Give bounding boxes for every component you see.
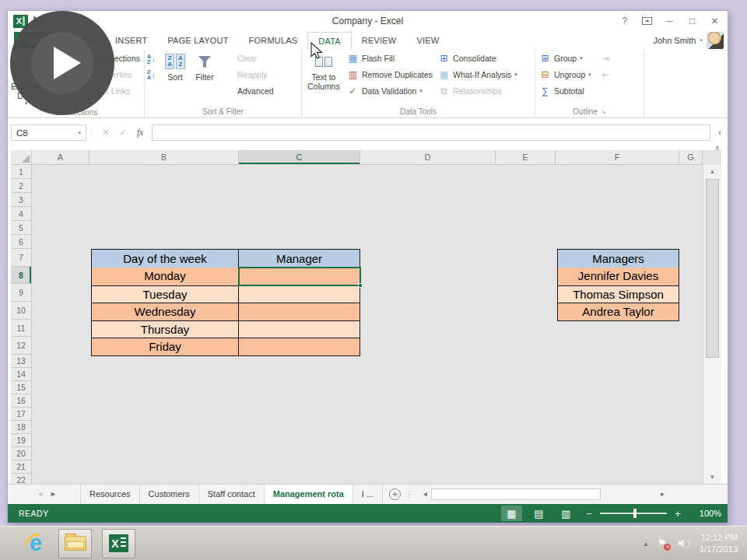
tab-view[interactable]: VIEW [406, 32, 449, 49]
relationships-button[interactable]: ⧉ Relationships [437, 82, 519, 99]
rota-manager-cell[interactable] [239, 338, 359, 355]
chevron-down-icon[interactable]: ▾ [78, 130, 81, 136]
volume-icon[interactable]: ) [678, 539, 690, 548]
hide-detail-button[interactable]: ⇤ [598, 66, 613, 82]
avatar[interactable] [707, 32, 724, 49]
rota-day-cell[interactable]: Friday [92, 338, 239, 355]
rota-day-cell[interactable]: Wednesday [92, 303, 239, 320]
new-sheet-button[interactable]: + [389, 488, 401, 500]
advanced-filter-button[interactable]: Advanced [221, 82, 275, 99]
rota-header-manager[interactable]: Manager [239, 250, 359, 268]
internet-explorer-icon[interactable]: e [23, 531, 48, 556]
name-box[interactable]: C8 ▾ [11, 124, 86, 141]
prev-sheet-icon[interactable]: ◄ [33, 485, 47, 504]
what-if-analysis-button[interactable]: ▦ What-If Analysis ▾ [437, 66, 519, 82]
row-header-6[interactable]: 6 [11, 235, 31, 249]
column-header-c[interactable]: C [239, 150, 360, 164]
sheet-tab-customers[interactable]: Customers [140, 485, 199, 504]
row-header-19[interactable]: 19 [11, 434, 31, 447]
reapply-button[interactable]: Reapply [221, 66, 275, 82]
row-header-21[interactable]: 21 [11, 460, 31, 474]
tab-page-layout[interactable]: PAGE LAYOUT [157, 32, 238, 49]
row-header-22[interactable]: 22 [11, 474, 31, 484]
scroll-right-icon[interactable]: ► [657, 491, 668, 498]
clear-filter-button[interactable]: Clear [221, 50, 275, 66]
enter-entry-icon[interactable]: ✓ [114, 128, 132, 138]
action-center-flag-icon[interactable]: ⚑ [657, 537, 668, 549]
manager-name-cell[interactable]: Thomas Simpson [558, 285, 679, 303]
rota-day-cell[interactable]: Monday [92, 268, 239, 285]
row-header-11[interactable]: 11 [11, 320, 31, 338]
maximize-button[interactable]: □ [681, 12, 703, 30]
column-header-d[interactable]: D [360, 150, 496, 164]
rota-day-cell[interactable]: Thursday [92, 320, 239, 338]
column-header-e[interactable]: E [496, 150, 556, 164]
video-play-overlay[interactable] [9, 10, 115, 116]
tab-splitter-icon[interactable]: ⋮ [405, 485, 413, 504]
scroll-down-icon[interactable]: ▼ [703, 471, 721, 484]
row-header-9[interactable]: 9 [11, 284, 31, 302]
sort-descending-button[interactable]: ZA↓ [147, 68, 160, 81]
remove-duplicates-button[interactable]: ▥ Remove Duplicates [345, 66, 434, 82]
row-header-20[interactable]: 20 [11, 447, 31, 460]
row-header-16[interactable]: 16 [11, 394, 31, 408]
excel-taskbar-button[interactable]: X [102, 529, 135, 558]
insert-function-icon[interactable]: fx [132, 127, 149, 138]
row-header-1[interactable]: 1 [11, 165, 31, 179]
file-explorer-taskbar-button[interactable] [58, 529, 92, 558]
vertical-scroll-thumb[interactable] [706, 179, 719, 358]
sheet-canvas[interactable]: Day of the week Manager MondayTuesdayWed… [32, 165, 703, 484]
help-button[interactable]: ? [613, 12, 636, 30]
row-header-2[interactable]: 2 [11, 179, 31, 193]
rota-manager-cell[interactable] [239, 285, 359, 303]
ribbon-display-options-button[interactable] [642, 17, 652, 25]
select-all-corner[interactable] [11, 150, 32, 164]
filter-button[interactable]: Filter [191, 50, 219, 82]
row-header-15[interactable]: 15 [11, 381, 31, 394]
rota-header-day[interactable]: Day of the week [92, 250, 239, 268]
group-button[interactable]: ⊞ Group ▾ [538, 50, 593, 66]
row-header-4[interactable]: 4 [11, 207, 31, 221]
zoom-level[interactable]: 100% [687, 509, 721, 518]
column-header-b[interactable]: B [89, 150, 239, 164]
horizontal-scroll-thumb[interactable] [431, 488, 601, 500]
sheet-tab-management-rota[interactable]: Management rota [265, 485, 353, 504]
subtotal-button[interactable]: ∑ Subtotal [538, 82, 593, 99]
page-break-view-button[interactable]: ▥ [556, 506, 577, 521]
row-header-8[interactable]: 8 [11, 267, 31, 285]
scroll-left-icon[interactable]: ◄ [419, 491, 431, 498]
active-cell-selection[interactable] [238, 267, 361, 286]
horizontal-scrollbar[interactable]: ◄ ► [419, 485, 668, 504]
row-header-7[interactable]: 7 [11, 249, 31, 267]
row-header-17[interactable]: 17 [11, 408, 31, 421]
zoom-in-button[interactable]: + [668, 508, 687, 520]
minimize-button[interactable]: ─ [658, 12, 681, 30]
zoom-slider[interactable] [600, 513, 667, 514]
managers-header[interactable]: Managers [558, 250, 679, 268]
scroll-up-icon[interactable]: ▲ [703, 165, 721, 178]
clock[interactable]: 12:12 PM 1/17/2013 [700, 532, 738, 555]
row-header-3[interactable]: 3 [11, 193, 31, 207]
row-header-10[interactable]: 10 [11, 302, 31, 320]
manager-name-cell[interactable]: Jennifer Davies [558, 268, 679, 285]
formula-input[interactable] [152, 124, 710, 141]
account-area[interactable]: John Smith ▾ [653, 32, 728, 49]
row-header-18[interactable]: 18 [11, 421, 31, 434]
rota-manager-cell[interactable] [239, 303, 359, 320]
sheet-tab-resources[interactable]: Resources [80, 485, 140, 504]
next-sheet-icon[interactable]: ► [47, 485, 60, 504]
sort-button[interactable]: ZAAZ Sort [162, 50, 188, 82]
expand-formula-bar-icon[interactable]: ∨ [714, 129, 726, 136]
row-header-12[interactable]: 12 [11, 337, 31, 355]
rota-day-cell[interactable]: Tuesday [92, 285, 239, 303]
show-detail-button[interactable]: ⇥ [598, 50, 613, 66]
fill-handle[interactable] [358, 283, 363, 288]
sheet-tab-staff-contact[interactable]: Staff contact [199, 485, 265, 504]
column-header-f[interactable]: F [556, 150, 679, 164]
normal-view-button[interactable]: ▦ [501, 506, 522, 521]
show-hidden-icons-icon[interactable]: ▴ [644, 540, 648, 548]
close-button[interactable]: ✕ [703, 12, 726, 30]
sheet-tab-i[interactable]: I ... [353, 485, 383, 504]
dialog-launcher-icon[interactable]: ↘ [601, 108, 606, 115]
tab-review[interactable]: REVIEW [352, 32, 407, 49]
